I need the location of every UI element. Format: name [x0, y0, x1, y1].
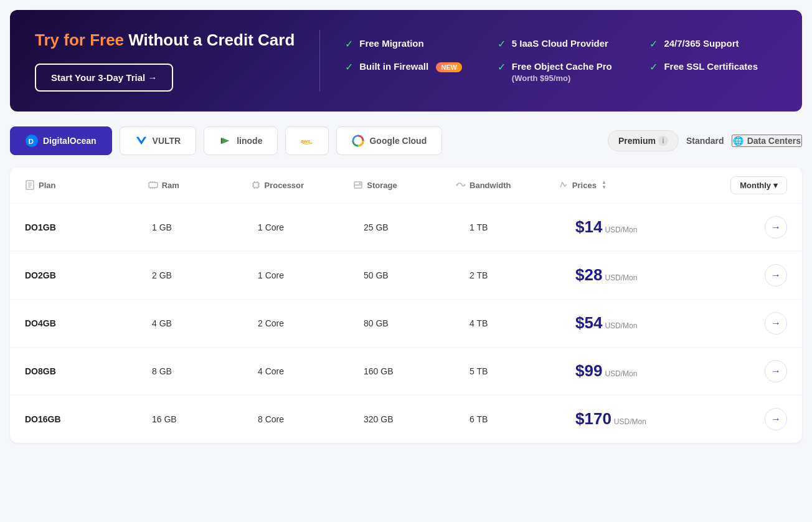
svg-text:aws: aws	[301, 138, 311, 143]
hero-free-text: Free	[90, 31, 124, 49]
row-1-bandwidth: 1 TB	[470, 222, 575, 232]
hero-feature-ssl: ✓ Free SSL Certificates	[649, 60, 777, 84]
row-5-price: $170 USD/Mon	[575, 409, 734, 429]
row-2-processor: 1 Core	[258, 270, 364, 280]
row-3-price: $54 USD/Mon	[575, 313, 734, 333]
row-2-price-unit: USD/Mon	[605, 273, 637, 282]
trial-button[interactable]: Start Your 3-Day Trial →	[35, 64, 173, 92]
table-header-row: Plan Ram Processor Storage Bandwidth Pri…	[10, 168, 802, 204]
premium-label: Premium	[618, 136, 656, 146]
row-2-price: $28 USD/Mon	[575, 265, 734, 285]
th-bandwidth-label: Bandwidth	[470, 181, 511, 190]
th-plan: Plan	[25, 180, 148, 190]
provider-tab-linode[interactable]: linode	[204, 126, 278, 155]
row-4-price-amount: $99	[575, 361, 602, 381]
provider-tab-googlecloud[interactable]: Google Cloud	[336, 126, 442, 155]
hero-feature-support: ✓ 24/7/365 Support	[649, 37, 777, 50]
row-3-price-amount: $54	[575, 313, 602, 333]
hero-feature-migration: ✓ Free Migration	[345, 37, 473, 50]
th-storage-label: Storage	[367, 181, 397, 190]
row-1-price-unit: USD/Mon	[605, 225, 637, 234]
row-5-plan: DO16GB	[25, 414, 152, 424]
row-2-storage: 50 GB	[364, 270, 470, 280]
row-1-plan: DO1GB	[25, 222, 152, 232]
provider-section: D DigitalOcean VULTR linode aws	[10, 126, 802, 155]
hero-title-highlight: Try for	[35, 31, 90, 49]
svg-marker-4	[223, 138, 230, 143]
provider-tab-vultr[interactable]: VULTR	[120, 126, 197, 155]
hero-left: Try for Free Without a Credit Card Start…	[35, 30, 320, 92]
dropdown-chevron: ▾	[773, 181, 778, 190]
row-4-plan: DO8GB	[25, 366, 152, 376]
check-icon-3: ✓	[649, 38, 658, 50]
th-prices: Prices ▲▼	[559, 180, 712, 190]
monthly-dropdown[interactable]: Monthly ▾	[730, 176, 787, 194]
row-3-plan: DO4GB	[25, 318, 152, 328]
row-3-price-unit: USD/Mon	[605, 321, 637, 330]
row-4-price: $99 USD/Mon	[575, 361, 734, 381]
th-processor: Processor	[251, 180, 354, 190]
table-row: DO8GB 8 GB 4 Core 160 GB 5 TB $99 USD/Mo…	[10, 348, 802, 396]
check-icon-4: ✓	[345, 61, 353, 73]
row-5-ram: 16 GB	[152, 414, 258, 424]
th-bandwidth: Bandwidth	[456, 180, 559, 190]
svg-point-30	[360, 183, 361, 184]
hero-features: ✓ Free Migration ✓ 5 IaaS Cloud Provider…	[345, 37, 777, 84]
provider-do-label: DigitalOcean	[43, 136, 97, 146]
new-badge: NEW	[436, 62, 462, 72]
row-2-bandwidth: 2 TB	[470, 270, 575, 280]
row-5-price-unit: USD/Mon	[614, 417, 646, 426]
th-plan-label: Plan	[39, 181, 55, 190]
monthly-label: Monthly	[740, 181, 771, 190]
hero-banner: Try for Free Without a Credit Card Start…	[10, 10, 802, 112]
th-ram: Ram	[148, 180, 251, 190]
provider-tab-digitalocean[interactable]: D DigitalOcean	[10, 126, 112, 155]
row-3-bandwidth: 4 TB	[470, 318, 575, 328]
check-icon-2: ✓	[498, 38, 506, 50]
row-3-ram: 4 GB	[152, 318, 258, 328]
row-4-bandwidth: 5 TB	[470, 366, 575, 376]
feature-support-text: 24/7/365 Support	[664, 37, 739, 50]
row-2-price-amount: $28	[575, 265, 602, 285]
th-processor-label: Processor	[265, 181, 304, 190]
aws-icon: aws	[301, 135, 313, 147]
row-3-storage: 80 GB	[364, 318, 470, 328]
row-3-arrow-btn[interactable]: →	[765, 312, 787, 335]
sort-arrows: ▲▼	[602, 180, 607, 190]
feature-firewall-text: Built in Firewall NEW	[359, 60, 462, 73]
svg-point-32	[464, 184, 466, 186]
globe-icon: 🌐	[733, 136, 744, 146]
feature-iaas-text: 5 IaaS Cloud Provider	[512, 37, 608, 50]
table-row: DO16GB 16 GB 8 Core 320 GB 6 TB $170 USD…	[10, 396, 802, 443]
feature-ssl-text: Free SSL Certificates	[664, 60, 758, 73]
row-2-arrow-btn[interactable]: →	[765, 264, 787, 287]
provider-linode-label: linode	[237, 136, 262, 146]
datacenters-button[interactable]: 🌐 Data Centers	[732, 135, 802, 147]
row-4-ram: 8 GB	[152, 366, 258, 376]
provider-gc-label: Google Cloud	[369, 136, 427, 146]
check-icon-6: ✓	[649, 61, 658, 73]
row-1-arrow-btn[interactable]: →	[765, 216, 787, 239]
row-4-arrow-btn[interactable]: →	[765, 360, 787, 382]
row-5-arrow-btn[interactable]: →	[765, 408, 787, 430]
row-1-storage: 25 GB	[364, 222, 470, 232]
standard-toggle[interactable]: Standard	[686, 136, 724, 146]
row-2-plan: DO2GB	[25, 270, 152, 280]
feature-migration-text: Free Migration	[359, 37, 423, 50]
premium-toggle[interactable]: Premium i	[608, 130, 679, 151]
linode-icon	[219, 135, 232, 147]
row-5-storage: 320 GB	[364, 414, 470, 424]
hero-feature-iaas: ✓ 5 IaaS Cloud Provider	[498, 37, 625, 50]
row-5-bandwidth: 6 TB	[470, 414, 575, 424]
row-1-processor: 1 Core	[258, 222, 364, 232]
hero-title-rest: Without a Credit Card	[124, 31, 295, 49]
hero-feature-firewall: ✓ Built in Firewall NEW	[345, 60, 473, 84]
check-icon-5: ✓	[498, 61, 506, 73]
row-5-processor: 8 Core	[258, 414, 364, 424]
provider-tab-aws[interactable]: aws	[285, 126, 329, 155]
row-1-price: $14 USD/Mon	[575, 217, 734, 237]
hero-title: Try for Free Without a Credit Card	[35, 30, 295, 51]
table-header-cols: Plan Ram Processor Storage Bandwidth Pri…	[25, 180, 712, 190]
monthly-wrapper: Monthly ▾	[712, 176, 787, 194]
googlecloud-icon	[352, 135, 364, 147]
